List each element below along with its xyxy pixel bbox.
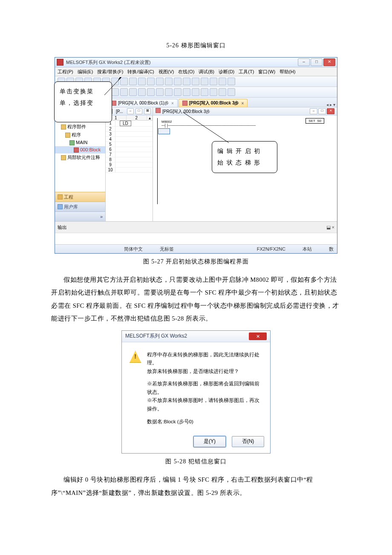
gxworks-window: MELSOFT系列 GX Works2 (工程未设置) – □ ✕ 工程(P) …: [55, 57, 337, 254]
doc-icon: [156, 108, 161, 113]
toolbar-button[interactable]: [129, 78, 137, 85]
ladder-set-coil: SET S0: [306, 118, 324, 124]
toolbar-button[interactable]: [156, 88, 164, 96]
tab-overflow-icon[interactable]: ◂ ▸ ▾: [326, 102, 335, 107]
ladder-contact-label: M8002 ─┤├───────────────────────────────…: [161, 120, 256, 127]
tree-item-program[interactable]: 程序: [55, 131, 105, 139]
toolbar-button[interactable]: [183, 88, 190, 96]
output-panel-body: [55, 233, 337, 244]
status-tail: 数: [329, 246, 334, 252]
toolbar-button[interactable]: [129, 88, 137, 96]
ladder-selection-box: [158, 128, 170, 134]
menu-find[interactable]: 搜索/替换(F): [97, 69, 123, 75]
toolbar-button[interactable]: [138, 88, 146, 96]
sidebar-project-button[interactable]: 工程: [55, 192, 105, 202]
menu-edit[interactable]: 编辑(E): [78, 69, 93, 75]
toolbar-button[interactable]: [138, 78, 146, 85]
app-title: MELSOFT系列 GX Works2 (工程未设置): [66, 59, 298, 66]
dialog-yes-button[interactable]: 是(Y): [193, 436, 226, 447]
toolbar-button[interactable]: [147, 78, 155, 85]
menu-project[interactable]: 工程(P): [58, 69, 73, 75]
maximize-button[interactable]: □: [311, 58, 323, 66]
toolbar-button[interactable]: [174, 78, 182, 85]
toolbar-button[interactable]: [219, 88, 226, 96]
tree-item-main[interactable]: MAIN: [55, 139, 105, 146]
window-titlebar: MELSOFT系列 GX Works2 (工程未设置) – □ ✕: [55, 58, 337, 67]
paragraph-2: 编辑好 0 号块初始梯形图程序后，编辑 1 号块 SFC 程序，右击工程数据列表…: [51, 473, 341, 499]
ladder-pane-title: [PRG]写入 000:Block 3步: [162, 109, 210, 114]
toolbar-button[interactable]: [201, 78, 208, 85]
mini-min-button[interactable]: –: [127, 108, 134, 114]
tab-block1step[interactable]: [PRG]写入 000:Block (1)步×: [107, 99, 178, 107]
warning-icon: [130, 351, 141, 363]
toolbar-button[interactable]: [192, 78, 199, 85]
tab-close-icon[interactable]: ×: [241, 101, 244, 106]
minimize-button[interactable]: –: [298, 58, 310, 66]
toolbar-button[interactable]: [183, 78, 190, 85]
toolbar-button[interactable]: [192, 88, 199, 96]
doc-icon: [182, 101, 187, 106]
toolbar-button[interactable]: [165, 88, 173, 96]
callout-convert-menu: 单击变换菜 单，选择变: [54, 81, 112, 122]
toolbar-button[interactable]: [228, 88, 235, 96]
dialog-titlebar: MELSOFT系列 GX Works2 ✕: [122, 331, 270, 342]
status-bar: 简体中文 无标签 FX2N/FX2NC 本站 数: [55, 244, 337, 253]
tree-item-prog-parts[interactable]: 程序部件: [55, 123, 105, 131]
toolbar-button[interactable]: [228, 78, 235, 85]
figure-5-26-caption: 5-26 梯形图编辑窗口: [51, 42, 341, 49]
close-button[interactable]: ✕: [323, 58, 335, 66]
callout-edit-initial: 编 辑 开 启 初 始 状 态 梯 形: [212, 141, 277, 173]
toolbar-button[interactable]: [201, 88, 208, 96]
status-tag: 无标签: [160, 246, 174, 252]
toolbar-button[interactable]: [210, 78, 217, 85]
dialog-close-button[interactable]: ✕: [249, 332, 267, 340]
menu-help[interactable]: 帮助(H): [280, 69, 295, 75]
error-dialog: MELSOFT系列 GX Works2 ✕ 程序中存在未转换的梯形图，因此无法继…: [121, 330, 271, 454]
menu-view[interactable]: 视图(V): [159, 69, 174, 75]
toolbar-button[interactable]: [111, 88, 119, 96]
mini-close-button[interactable]: ⊠: [144, 108, 151, 114]
menu-tool[interactable]: 工具(T): [239, 69, 254, 75]
ld-cell[interactable]: LD: [120, 121, 131, 126]
toolbar-button[interactable]: [111, 78, 119, 85]
menu-debug[interactable]: 调试(B): [199, 69, 214, 75]
dialog-message: 程序中存在未转换的梯形图，因此无法继续执行处理。 放弃未转换梯形图，是否继续进行…: [147, 351, 262, 430]
menu-diag[interactable]: 诊断(D): [219, 69, 234, 75]
tree-item-local-comment[interactable]: 局部软元件注释: [55, 153, 105, 162]
tab-close-icon[interactable]: ×: [171, 101, 174, 106]
sfc-step-pane: [P... – □ ⊠ 12▴ 1LD 2 3 4 5: [106, 107, 153, 221]
toolbar-button[interactable]: [156, 78, 164, 85]
tab-block3step[interactable]: [PRG]写入 000:Block 3步×: [179, 99, 248, 107]
dialog-no-button[interactable]: 否(N): [232, 436, 264, 447]
ladder-close-button[interactable]: ✕: [327, 108, 334, 114]
menu-convert[interactable]: 转换/编译(C): [127, 69, 154, 75]
toolbar-button[interactable]: [219, 78, 226, 85]
figure-5-27-caption: 图 5-27 开启初始状态梯形图编程界面: [51, 258, 341, 266]
toolbar-button[interactable]: [120, 78, 128, 85]
status-host: 本站: [303, 246, 312, 252]
toolbar-button[interactable]: [147, 88, 155, 96]
ladder-max-button[interactable]: □: [318, 108, 326, 114]
toolbar-button[interactable]: [174, 88, 182, 96]
status-lang: 简体中文: [124, 246, 143, 252]
tree-item-block0[interactable]: 000:Block: [55, 146, 105, 153]
dialog-title-text: MELSOFT系列 GX Works2: [125, 332, 249, 340]
menubar: 工程(P) 编辑(E) 搜索/替换(F) 转换/编译(C) 视图(V) 在线(O…: [55, 67, 337, 76]
app-icon: [57, 59, 63, 66]
sidebar-toggle-button[interactable]: »: [55, 211, 105, 221]
toolbar-button[interactable]: [210, 88, 217, 96]
menu-window[interactable]: 窗口(W): [258, 69, 275, 75]
mini-max-button[interactable]: □: [135, 108, 142, 114]
figure-5-28-caption: 图 5-28 犯错信息窗口: [51, 458, 341, 465]
output-pin-icon[interactable]: ⬓ ×: [326, 225, 334, 230]
document-tabbar: [PRG]写入 000:Block (1)步× [PRG]写入 000:Bloc…: [106, 98, 337, 107]
toolbar-button[interactable]: [120, 88, 128, 96]
ladder-min-button[interactable]: –: [310, 108, 317, 114]
toolbar-button[interactable]: [165, 78, 173, 85]
status-plc: FX2N/FX2NC: [257, 246, 285, 251]
output-panel-header: 输出 ⬓ ×: [55, 221, 337, 233]
menu-online[interactable]: 在线(O): [178, 69, 194, 75]
paragraph-1: 假如想使用其它方法开启初始状态，只需要改动上图中开启脉冲 M8002 即可，假如…: [51, 273, 341, 325]
mini-title-text: [P...: [116, 109, 123, 114]
sidebar-lib-button[interactable]: 用户库: [55, 202, 105, 211]
